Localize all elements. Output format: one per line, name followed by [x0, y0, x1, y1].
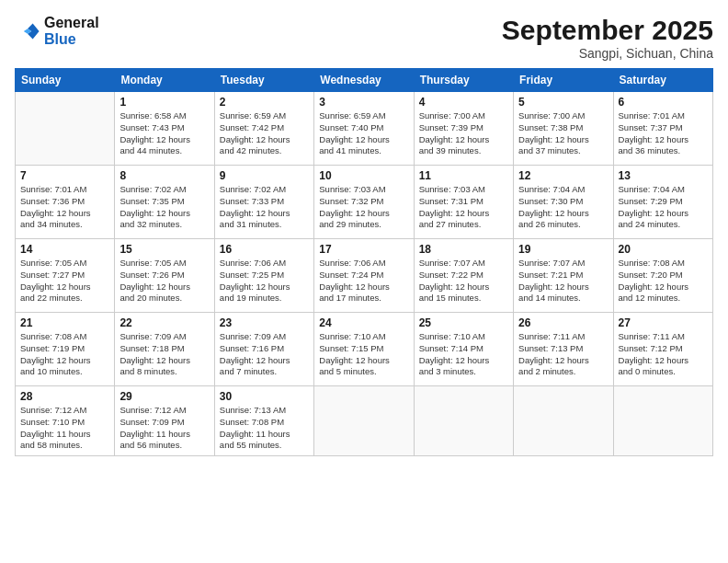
- day-cell: 6Sunrise: 7:01 AM Sunset: 7:37 PM Daylig…: [613, 92, 712, 166]
- day-cell: 14Sunrise: 7:05 AM Sunset: 7:27 PM Dayli…: [16, 239, 115, 313]
- day-number: 22: [119, 316, 209, 329]
- day-cell: 25Sunrise: 7:10 AM Sunset: 7:14 PM Dayli…: [414, 313, 513, 386]
- day-info: Sunrise: 7:07 AM Sunset: 7:21 PM Dayligh…: [518, 258, 608, 304]
- day-cell: 15Sunrise: 7:05 AM Sunset: 7:26 PM Dayli…: [115, 239, 214, 313]
- day-cell: 18Sunrise: 7:07 AM Sunset: 7:22 PM Dayli…: [414, 239, 513, 313]
- month-title: September 2025: [502, 15, 713, 46]
- subtitle: Sangpi, Sichuan, China: [502, 46, 713, 61]
- day-cell: 12Sunrise: 7:04 AM Sunset: 7:30 PM Dayli…: [514, 166, 613, 239]
- day-info: Sunrise: 7:01 AM Sunset: 7:36 PM Dayligh…: [20, 184, 109, 231]
- day-info: Sunrise: 7:12 AM Sunset: 7:10 PM Dayligh…: [20, 405, 109, 452]
- day-cell: 2Sunrise: 6:59 AM Sunset: 7:42 PM Daylig…: [214, 92, 313, 166]
- day-number: 29: [119, 390, 209, 403]
- day-number: 24: [319, 316, 408, 329]
- day-number: 26: [518, 316, 608, 329]
- day-cell: [16, 92, 115, 166]
- day-cell: [613, 386, 712, 456]
- day-number: 25: [419, 316, 508, 329]
- day-number: 28: [20, 390, 109, 403]
- week-row-5: 28Sunrise: 7:12 AM Sunset: 7:10 PM Dayli…: [16, 386, 713, 456]
- day-info: Sunrise: 7:11 AM Sunset: 7:12 PM Dayligh…: [619, 331, 708, 378]
- day-number: 10: [319, 169, 408, 182]
- day-info: Sunrise: 6:59 AM Sunset: 7:42 PM Dayligh…: [220, 110, 309, 157]
- day-header-wednesday: Wednesday: [314, 69, 414, 92]
- day-info: Sunrise: 6:58 AM Sunset: 7:43 PM Dayligh…: [119, 110, 209, 157]
- day-number: 17: [319, 243, 408, 256]
- week-row-3: 14Sunrise: 7:05 AM Sunset: 7:27 PM Dayli…: [16, 239, 713, 313]
- day-info: Sunrise: 7:03 AM Sunset: 7:32 PM Dayligh…: [319, 184, 408, 231]
- day-cell: 29Sunrise: 7:12 AM Sunset: 7:09 PM Dayli…: [115, 386, 214, 456]
- day-header-tuesday: Tuesday: [214, 69, 313, 92]
- day-number: 11: [419, 169, 508, 182]
- day-info: Sunrise: 7:10 AM Sunset: 7:14 PM Dayligh…: [419, 331, 508, 378]
- logo-icon: [15, 18, 40, 44]
- day-number: 8: [119, 169, 209, 182]
- day-number: 20: [619, 243, 708, 256]
- day-number: 19: [518, 243, 608, 256]
- day-info: Sunrise: 6:59 AM Sunset: 7:40 PM Dayligh…: [319, 110, 408, 157]
- week-row-4: 21Sunrise: 7:08 AM Sunset: 7:19 PM Dayli…: [16, 313, 713, 386]
- title-block: September 2025 Sangpi, Sichuan, China: [502, 15, 713, 61]
- day-number: 2: [220, 96, 309, 109]
- day-info: Sunrise: 7:00 AM Sunset: 7:39 PM Dayligh…: [419, 110, 508, 157]
- day-info: Sunrise: 7:08 AM Sunset: 7:19 PM Dayligh…: [20, 331, 109, 378]
- day-number: 23: [220, 316, 309, 329]
- day-number: 12: [518, 169, 608, 182]
- calendar-header-row: SundayMondayTuesdayWednesdayThursdayFrid…: [16, 69, 713, 92]
- day-number: 30: [220, 390, 309, 403]
- day-info: Sunrise: 7:09 AM Sunset: 7:18 PM Dayligh…: [119, 331, 209, 378]
- week-row-1: 1Sunrise: 6:58 AM Sunset: 7:43 PM Daylig…: [16, 92, 713, 166]
- day-cell: 23Sunrise: 7:09 AM Sunset: 7:16 PM Dayli…: [214, 313, 313, 386]
- day-cell: 1Sunrise: 6:58 AM Sunset: 7:43 PM Daylig…: [115, 92, 214, 166]
- day-cell: 28Sunrise: 7:12 AM Sunset: 7:10 PM Dayli…: [16, 386, 115, 456]
- day-info: Sunrise: 7:01 AM Sunset: 7:37 PM Dayligh…: [619, 110, 708, 157]
- day-number: 4: [419, 96, 508, 109]
- day-info: Sunrise: 7:05 AM Sunset: 7:27 PM Dayligh…: [20, 258, 109, 304]
- day-cell: 17Sunrise: 7:06 AM Sunset: 7:24 PM Dayli…: [314, 239, 414, 313]
- day-info: Sunrise: 7:08 AM Sunset: 7:20 PM Dayligh…: [619, 258, 708, 304]
- day-cell: 9Sunrise: 7:02 AM Sunset: 7:33 PM Daylig…: [214, 166, 313, 239]
- day-number: 15: [119, 243, 209, 256]
- day-cell: 11Sunrise: 7:03 AM Sunset: 7:31 PM Dayli…: [414, 166, 513, 239]
- day-number: 6: [619, 96, 708, 109]
- day-header-friday: Friday: [514, 69, 613, 92]
- day-number: 21: [20, 316, 109, 329]
- day-cell: 13Sunrise: 7:04 AM Sunset: 7:29 PM Dayli…: [613, 166, 712, 239]
- day-number: 16: [220, 243, 309, 256]
- day-number: 7: [20, 169, 109, 182]
- day-info: Sunrise: 7:07 AM Sunset: 7:22 PM Dayligh…: [419, 258, 508, 304]
- day-info: Sunrise: 7:00 AM Sunset: 7:38 PM Dayligh…: [518, 110, 608, 157]
- week-row-2: 7Sunrise: 7:01 AM Sunset: 7:36 PM Daylig…: [16, 166, 713, 239]
- day-info: Sunrise: 7:06 AM Sunset: 7:24 PM Dayligh…: [319, 258, 408, 304]
- day-header-saturday: Saturday: [613, 69, 712, 92]
- day-cell: 19Sunrise: 7:07 AM Sunset: 7:21 PM Dayli…: [514, 239, 613, 313]
- day-cell: 22Sunrise: 7:09 AM Sunset: 7:18 PM Dayli…: [115, 313, 214, 386]
- day-info: Sunrise: 7:04 AM Sunset: 7:29 PM Dayligh…: [619, 184, 708, 231]
- day-number: 9: [220, 169, 309, 182]
- day-info: Sunrise: 7:05 AM Sunset: 7:26 PM Dayligh…: [119, 258, 209, 304]
- day-cell: 5Sunrise: 7:00 AM Sunset: 7:38 PM Daylig…: [514, 92, 613, 166]
- day-number: 1: [119, 96, 209, 109]
- day-cell: 26Sunrise: 7:11 AM Sunset: 7:13 PM Dayli…: [514, 313, 613, 386]
- day-info: Sunrise: 7:09 AM Sunset: 7:16 PM Dayligh…: [220, 331, 309, 378]
- day-cell: 10Sunrise: 7:03 AM Sunset: 7:32 PM Dayli…: [314, 166, 414, 239]
- day-cell: 20Sunrise: 7:08 AM Sunset: 7:20 PM Dayli…: [613, 239, 712, 313]
- day-info: Sunrise: 7:13 AM Sunset: 7:08 PM Dayligh…: [220, 405, 309, 452]
- day-cell: [514, 386, 613, 456]
- day-header-sunday: Sunday: [16, 69, 115, 92]
- day-number: 5: [518, 96, 608, 109]
- day-cell: 24Sunrise: 7:10 AM Sunset: 7:15 PM Dayli…: [314, 313, 414, 386]
- day-cell: 21Sunrise: 7:08 AM Sunset: 7:19 PM Dayli…: [16, 313, 115, 386]
- header: General Blue September 2025 Sangpi, Sich…: [15, 15, 713, 61]
- day-cell: [314, 386, 414, 456]
- day-cell: 30Sunrise: 7:13 AM Sunset: 7:08 PM Dayli…: [214, 386, 313, 456]
- day-cell: 16Sunrise: 7:06 AM Sunset: 7:25 PM Dayli…: [214, 239, 313, 313]
- day-cell: 3Sunrise: 6:59 AM Sunset: 7:40 PM Daylig…: [314, 92, 414, 166]
- logo: General Blue: [15, 15, 99, 48]
- day-info: Sunrise: 7:04 AM Sunset: 7:30 PM Dayligh…: [518, 184, 608, 231]
- day-cell: 4Sunrise: 7:00 AM Sunset: 7:39 PM Daylig…: [414, 92, 513, 166]
- calendar-table: SundayMondayTuesdayWednesdayThursdayFrid…: [15, 68, 713, 456]
- day-number: 18: [419, 243, 508, 256]
- day-cell: [414, 386, 513, 456]
- day-cell: 7Sunrise: 7:01 AM Sunset: 7:36 PM Daylig…: [16, 166, 115, 239]
